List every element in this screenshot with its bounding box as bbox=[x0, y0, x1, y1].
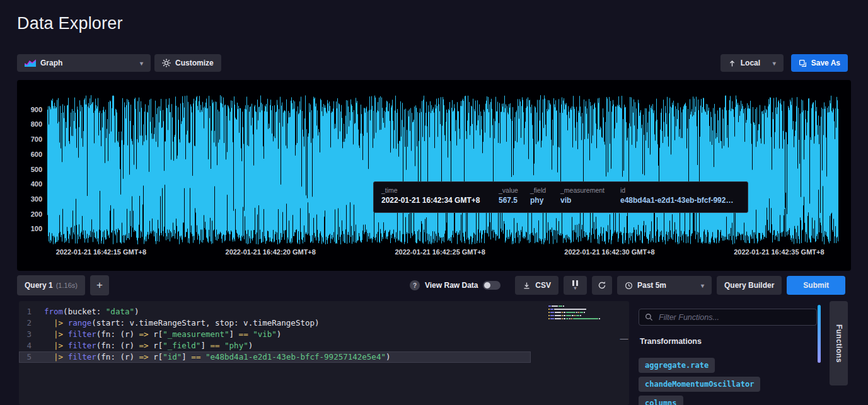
function-item[interactable]: aggregate.rate bbox=[639, 358, 715, 373]
chevron-down-icon: ▾ bbox=[773, 60, 776, 67]
pause-refresh-button[interactable]: ▾ bbox=[564, 276, 587, 295]
tooltip-column-label: _measurement bbox=[560, 186, 620, 194]
code-line[interactable]: 5 |> filter(fn: (r) => r["id"] == "e48bd… bbox=[19, 351, 531, 363]
query-editor-section: 1from(bucket: "data")2 |> range(start: v… bbox=[19, 301, 848, 405]
tooltip-value: e48bd4a1-e2d1-43eb-bfcf-992… bbox=[620, 196, 740, 205]
time-range-dropdown[interactable]: Past 5m ▾ bbox=[617, 276, 712, 295]
line-number: 3 bbox=[19, 329, 32, 340]
timeseries-chart[interactable] bbox=[47, 95, 838, 244]
x-axis-tick: 2022-01-21 16:42:35 GMT+8 bbox=[734, 248, 824, 256]
refresh-button[interactable] bbox=[592, 276, 612, 295]
save-as-button[interactable]: Save As bbox=[791, 54, 848, 72]
tooltip-value: phy bbox=[530, 196, 560, 205]
chevron-down-icon: ▾ bbox=[574, 287, 576, 290]
panel-resize-handle[interactable]: — bbox=[619, 334, 629, 343]
query-tab-name: Query 1 bbox=[25, 281, 53, 290]
visualization-type-dropdown[interactable]: Graph ▾ bbox=[17, 54, 151, 72]
download-icon bbox=[523, 282, 531, 290]
view-toolbar: Graph ▾ Customize Local ▾ Save As bbox=[17, 54, 848, 72]
function-item[interactable]: chandeMomentumOscillator bbox=[639, 377, 760, 392]
functions-panel: Transformations aggregate.ratechandeMome… bbox=[634, 301, 823, 405]
gear-icon bbox=[162, 59, 171, 67]
time-range-label: Past 5m bbox=[637, 281, 666, 290]
query-tab[interactable]: Query 1 (1.16s) bbox=[17, 275, 85, 295]
minimap-line bbox=[548, 309, 613, 310]
y-axis-tick: 600 bbox=[17, 151, 42, 158]
graph-panel: 100200300400500600700800900 2022-01-21 1… bbox=[17, 80, 851, 271]
tooltip-column-label: id bbox=[620, 186, 740, 194]
line-number: 1 bbox=[19, 306, 32, 317]
arrow-up-icon bbox=[728, 59, 736, 67]
query-builder-label: Query Builder bbox=[724, 281, 774, 290]
minimap-line bbox=[548, 315, 613, 316]
graph-icon bbox=[25, 59, 36, 67]
hover-tooltip: _time_value_field_measurementid 2022-01-… bbox=[373, 181, 748, 213]
refresh-icon bbox=[598, 281, 606, 290]
minimap-line bbox=[548, 305, 613, 307]
x-axis-tick: 2022-01-21 16:42:15 GMT+8 bbox=[56, 248, 146, 256]
x-axis-tick: 2022-01-21 16:42:30 GMT+8 bbox=[564, 248, 654, 256]
y-axis-tick: 100 bbox=[17, 225, 42, 232]
code-line[interactable]: 4 |> filter(fn: (r) => r["_field"] == "p… bbox=[19, 340, 531, 351]
y-axis-tick: 900 bbox=[17, 106, 42, 113]
code-line[interactable]: 3 |> filter(fn: (r) => r["_measurement"]… bbox=[19, 329, 531, 340]
functions-category-label: Transformations bbox=[640, 337, 702, 346]
view-raw-data-toggle[interactable] bbox=[483, 281, 501, 290]
line-number: 4 bbox=[19, 340, 32, 351]
add-query-button[interactable]: + bbox=[90, 275, 109, 295]
flux-editor[interactable]: 1from(bucket: "data")2 |> range(start: v… bbox=[19, 301, 629, 405]
tooltip-value: 567.5 bbox=[499, 196, 530, 205]
csv-download-button[interactable]: CSV bbox=[515, 276, 558, 295]
minimap-line bbox=[548, 318, 613, 319]
help-icon[interactable]: ? bbox=[410, 280, 420, 290]
minimap-line bbox=[548, 312, 613, 313]
line-number: 5 bbox=[19, 351, 32, 363]
tooltip-value: vib bbox=[560, 196, 620, 205]
page-title: Data Explorer bbox=[17, 14, 123, 33]
timezone-label: Local bbox=[741, 59, 760, 67]
submit-label: Submit bbox=[803, 281, 829, 290]
view-raw-data-label: View Raw Data bbox=[425, 281, 478, 290]
x-axis-tick: 2022-01-21 16:42:20 GMT+8 bbox=[226, 248, 316, 256]
query-bar: Query 1 (1.16s) + ? View Raw Data CSV ▾ bbox=[17, 275, 845, 295]
save-as-icon bbox=[799, 59, 807, 67]
function-search-box[interactable] bbox=[639, 309, 817, 326]
x-axis-tick: 2022-01-21 16:42:25 GMT+8 bbox=[395, 248, 485, 256]
csv-label: CSV bbox=[535, 281, 551, 290]
tooltip-column-label: _value bbox=[499, 186, 530, 194]
functions-side-tab[interactable]: Functions bbox=[830, 301, 848, 385]
y-axis-tick: 500 bbox=[17, 166, 42, 173]
tooltip-header-row: _time_value_field_measurementid bbox=[381, 186, 740, 194]
code-lines: 1from(bucket: "data")2 |> range(start: v… bbox=[19, 301, 531, 363]
chevron-down-icon: ▾ bbox=[140, 60, 143, 67]
function-item[interactable]: columns bbox=[639, 396, 683, 405]
customize-label: Customize bbox=[175, 59, 214, 67]
tooltip-column-label: _field bbox=[530, 186, 560, 194]
submit-button[interactable]: Submit bbox=[787, 276, 845, 295]
functions-list: aggregate.ratechandeMomentumOscillatorco… bbox=[639, 358, 814, 405]
save-as-label: Save As bbox=[811, 59, 840, 67]
tooltip-value: 2022-01-21 16:42:34 GMT+8 bbox=[381, 196, 499, 205]
function-search-input[interactable] bbox=[657, 312, 811, 322]
y-axis-tick: 300 bbox=[17, 195, 42, 203]
timezone-dropdown[interactable]: Local ▾ bbox=[720, 54, 784, 72]
functions-scrollbar[interactable] bbox=[818, 305, 821, 363]
code-line[interactable]: 1from(bucket: "data") bbox=[19, 306, 531, 317]
y-axis-tick: 200 bbox=[17, 210, 42, 218]
functions-side-tab-label: Functions bbox=[835, 324, 843, 363]
query-tab-duration: (1.16s) bbox=[56, 282, 78, 289]
tooltip-column-label: _time bbox=[381, 186, 499, 194]
y-axis-tick: 800 bbox=[17, 120, 42, 128]
tooltip-value-row: 2022-01-21 16:42:34 GMT+8567.5phyvibe48b… bbox=[381, 196, 740, 205]
visualization-type-label: Graph bbox=[40, 59, 62, 67]
code-line[interactable]: 2 |> range(start: v.timeRangeStart, stop… bbox=[19, 317, 531, 329]
search-icon bbox=[645, 313, 653, 321]
toggle-knob bbox=[484, 282, 490, 288]
line-number: 2 bbox=[19, 317, 32, 329]
editor-minimap[interactable] bbox=[548, 305, 613, 321]
query-builder-button[interactable]: Query Builder bbox=[717, 276, 782, 295]
customize-button[interactable]: Customize bbox=[154, 54, 221, 72]
clock-icon bbox=[625, 282, 633, 290]
y-axis-tick: 400 bbox=[17, 180, 42, 188]
chevron-down-icon: ▾ bbox=[701, 282, 704, 289]
